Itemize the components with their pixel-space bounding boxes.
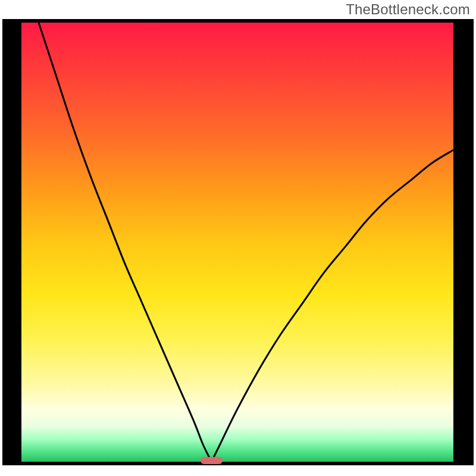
plot-area bbox=[21, 23, 453, 462]
optimum-marker bbox=[201, 457, 222, 464]
curve-layer bbox=[21, 23, 453, 462]
frame-bar-bottom bbox=[2, 462, 474, 465]
left-branch-curve bbox=[39, 23, 211, 462]
bottleneck-chart: TheBottleneck.com bbox=[0, 0, 476, 476]
frame-bar-right bbox=[453, 19, 474, 465]
frame-bar-left bbox=[2, 19, 21, 465]
watermark-text: TheBottleneck.com bbox=[346, 1, 470, 18]
right-branch-curve bbox=[211, 150, 453, 462]
